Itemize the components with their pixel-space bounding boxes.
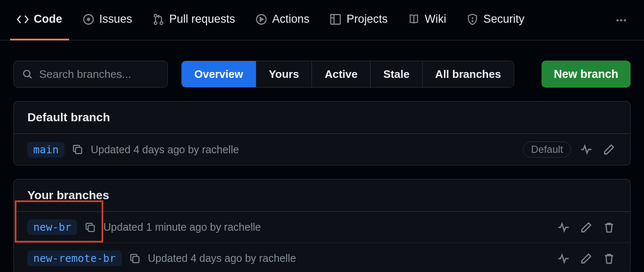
tab-label: Security (483, 13, 525, 26)
filter-stale[interactable]: Stale (370, 61, 422, 87)
tab-label: Projects (346, 13, 388, 26)
edit-icon[interactable] (579, 251, 594, 266)
search-icon (22, 69, 32, 79)
default-badge: Default (523, 141, 571, 157)
branches-toolbar: Overview Yours Active Stale All branches… (0, 40, 644, 101)
pull-request-icon (153, 13, 164, 25)
filter-yours[interactable]: Yours (256, 61, 312, 87)
search-input[interactable] (39, 68, 176, 81)
branch-row: new-remote-br Updated 4 days ago by rach… (14, 243, 630, 272)
repo-tabnav: Code Issues Pull requests Actions Projec… (0, 0, 644, 40)
delete-icon[interactable] (601, 220, 617, 235)
book-icon (408, 13, 420, 25)
svg-rect-14 (133, 256, 139, 263)
svg-point-1 (87, 18, 89, 20)
tab-label: Code (34, 13, 62, 26)
svg-point-10 (624, 19, 626, 21)
more-menu[interactable] (609, 11, 634, 29)
issue-icon (83, 13, 94, 25)
new-branch-button[interactable]: New branch (542, 61, 631, 88)
tab-label: Actions (272, 13, 310, 26)
copy-icon[interactable] (129, 253, 140, 264)
svg-point-8 (617, 19, 619, 21)
svg-point-11 (24, 70, 30, 77)
branch-row: new-br Updated 1 minute ago by rachelle (14, 212, 630, 243)
svg-rect-13 (88, 225, 94, 232)
tab-security[interactable]: Security (460, 0, 531, 40)
project-icon (330, 13, 341, 25)
activity-icon[interactable] (556, 220, 571, 235)
search-branches[interactable] (13, 61, 168, 88)
activity-icon[interactable] (579, 142, 594, 157)
svg-point-2 (154, 14, 156, 17)
edit-icon[interactable] (579, 220, 594, 235)
svg-point-3 (154, 21, 156, 24)
kebab-icon (615, 14, 627, 26)
svg-rect-12 (75, 147, 82, 154)
branch-meta: Updated 4 days ago by rachelle (148, 252, 296, 264)
tab-code[interactable]: Code (10, 0, 69, 40)
tab-pull-requests[interactable]: Pull requests (146, 0, 242, 40)
activity-icon[interactable] (556, 251, 571, 266)
svg-point-7 (472, 21, 473, 21)
svg-point-4 (160, 21, 162, 24)
branch-name[interactable]: main (27, 142, 64, 157)
section-your-branches: Your branches new-br Updated 1 minute ag… (13, 179, 631, 272)
branch-meta: Updated 1 minute ago by rachelle (103, 221, 261, 233)
filter-all-branches[interactable]: All branches (423, 61, 514, 87)
branch-row: main Updated 4 days ago by rachelle Defa… (14, 134, 630, 165)
branch-name[interactable]: new-remote-br (27, 251, 122, 266)
tab-label: Issues (99, 13, 132, 26)
copy-icon[interactable] (72, 144, 83, 155)
shield-icon (467, 13, 478, 25)
branch-name[interactable]: new-br (27, 219, 77, 235)
tab-wiki[interactable]: Wiki (401, 0, 453, 40)
filter-active[interactable]: Active (312, 61, 370, 87)
delete-icon[interactable] (601, 251, 617, 266)
play-icon (255, 13, 267, 25)
tab-actions[interactable]: Actions (249, 0, 317, 40)
svg-point-9 (620, 19, 622, 21)
tab-label: Pull requests (169, 13, 235, 26)
code-icon (17, 13, 29, 25)
edit-icon[interactable] (601, 142, 617, 157)
branch-filter-tabs: Overview Yours Active Stale All branches (181, 61, 514, 88)
section-title: Your branches (14, 179, 630, 212)
section-default-branch: Default branch main Updated 4 days ago b… (13, 101, 631, 165)
svg-rect-6 (331, 14, 341, 24)
copy-icon[interactable] (85, 222, 96, 233)
branch-meta: Updated 4 days ago by rachelle (91, 144, 239, 156)
section-title: Default branch (14, 101, 630, 134)
tab-projects[interactable]: Projects (323, 0, 394, 40)
tab-issues[interactable]: Issues (76, 0, 139, 40)
tab-label: Wiki (425, 13, 446, 26)
filter-overview[interactable]: Overview (182, 61, 256, 87)
